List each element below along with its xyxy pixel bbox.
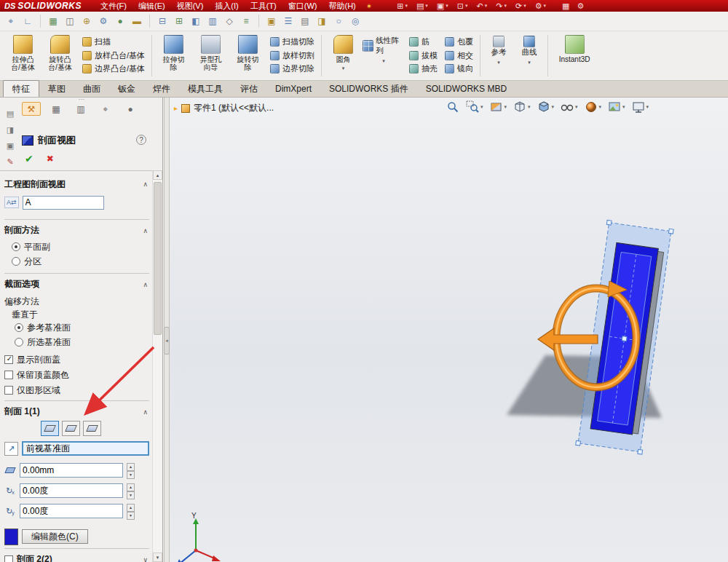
toolbar-icon-18[interactable]: ◨	[315, 15, 328, 28]
intersect-button[interactable]: 相交	[442, 50, 476, 62]
instant3d-button[interactable]: Instant3D	[552, 33, 597, 79]
pin-menu-icon[interactable]: ✶	[366, 2, 372, 10]
toolbar-icon-13[interactable]: ◇	[223, 15, 236, 28]
menu-help[interactable]: 帮助(H)	[329, 1, 356, 12]
offset-stepper[interactable]: ▲ ▼	[127, 463, 135, 478]
toolbar-icon-7[interactable]: ●	[114, 15, 127, 28]
stepper-up-icon[interactable]: ▲	[127, 463, 135, 471]
flip-direction-button[interactable]: ↗	[4, 442, 18, 456]
radio-button[interactable]	[15, 323, 23, 332]
mirror-button[interactable]: 镜向	[442, 63, 476, 75]
swept-cut-button[interactable]: 扫描切除	[267, 36, 317, 48]
toolbar-icon-9[interactable]: ⊟	[156, 15, 169, 28]
toolbar-icon-8[interactable]: ▬	[130, 15, 143, 28]
rib-button[interactable]: 筋	[406, 36, 440, 48]
cancel-button[interactable]: ✖	[47, 154, 54, 164]
tab-solidworks-mbd[interactable]: SOLIDWORKS MBD	[417, 82, 515, 97]
show-section-cap-row[interactable]: 显示剖面盖	[4, 352, 149, 367]
boundary-boss-button[interactable]: 边界凸台/基体	[79, 63, 148, 75]
undo-button[interactable]: ↶▾	[476, 1, 487, 11]
hide-show-items-button[interactable]: ▾	[561, 100, 578, 114]
displaymanager-tab[interactable]: ●	[121, 102, 140, 116]
stepper-up-icon[interactable]: ▲	[127, 504, 135, 512]
view-settings-button[interactable]: ▾	[632, 100, 649, 114]
radio-button[interactable]	[12, 257, 20, 266]
options-button[interactable]: ⚙▾	[535, 1, 546, 11]
tab-evaluate[interactable]: 评估	[232, 82, 266, 97]
section-color-swatch[interactable]	[4, 529, 18, 545]
propertymanager-tab[interactable]: ⚒	[22, 102, 41, 116]
zoom-area-button[interactable]: ▾	[466, 100, 483, 114]
toolbar-icon-14[interactable]: ≡	[240, 15, 253, 28]
toolbar-icon-15[interactable]: ▣	[265, 15, 278, 28]
tab-mold-tools[interactable]: 模具工具	[179, 82, 232, 97]
rotation-x-input[interactable]	[20, 483, 123, 498]
curves-button[interactable]: 曲线 ▾	[515, 33, 544, 79]
radio-zonal-row[interactable]: 分区	[4, 254, 149, 269]
view-orientation-button[interactable]: ▾	[513, 100, 531, 114]
toolbar-icon-19[interactable]: ○	[332, 15, 345, 28]
checkbox[interactable]	[4, 355, 13, 364]
stepper-down-icon[interactable]: ▼	[127, 491, 135, 499]
graphics-area[interactable]: ▸ 零件1 (默认<<默认... ▾ ▾ ▾ ▾	[170, 98, 728, 562]
sensors-icon[interactable]: ▣	[4, 140, 17, 151]
checkbox[interactable]	[4, 555, 13, 562]
lofted-boss-button[interactable]: 放样凸台/基体	[79, 50, 148, 62]
rebuild-button[interactable]: ⟳▾	[515, 1, 526, 11]
save-button[interactable]: ▣▾	[437, 1, 448, 11]
translate-arrow-manipulator[interactable]	[538, 328, 598, 350]
rotation-x-stepper[interactable]: ▲ ▼	[127, 483, 135, 498]
group-header-section1[interactable]: 剖面 1(1) ∧	[4, 400, 149, 419]
toolbar-icon-17[interactable]: ▤	[298, 15, 312, 28]
reference-plane-input[interactable]	[22, 441, 149, 456]
edit-appearance-button[interactable]: ▾	[585, 100, 602, 114]
toolbar-icon-1[interactable]: ⌖	[4, 15, 17, 28]
toolbar-icon-4[interactable]: ◫	[63, 15, 76, 28]
group-header-method[interactable]: 剖面方法 ∧	[4, 219, 149, 238]
scroll-up-icon[interactable]: ▲	[153, 170, 162, 180]
annotations-icon[interactable]: ✎	[4, 156, 17, 167]
front-plane-button[interactable]	[41, 421, 59, 436]
swept-boss-button[interactable]: 扫描	[79, 36, 148, 48]
edit-color-button[interactable]: 编辑颜色(C)	[22, 529, 88, 544]
toolbar-icon-5[interactable]: ⊕	[80, 15, 93, 28]
toolbar-icon-12[interactable]: ▥	[206, 15, 219, 28]
checkbox[interactable]	[4, 371, 13, 379]
extruded-boss-button[interactable]: 拉伸凸台/基体	[5, 33, 41, 79]
toolbar-icon-20[interactable]: ◎	[349, 15, 362, 28]
revolved-cut-button[interactable]: 旋转切除	[230, 33, 266, 79]
group-header-drawing-section[interactable]: 工程图剖面视图 ∧	[4, 177, 149, 191]
zoom-fit-button[interactable]	[446, 100, 459, 114]
group-header-section2[interactable]: 剖面 2(2) ∨	[4, 548, 149, 562]
panel-splitter[interactable]: ◂	[164, 98, 170, 562]
tab-features[interactable]: 特征	[3, 80, 39, 97]
toolbar-icon-6[interactable]: ⚙	[97, 15, 110, 28]
stepper-up-icon[interactable]: ▲	[127, 483, 135, 491]
toolbar-icon-11[interactable]: ◧	[189, 15, 202, 28]
radio-selected-plane-row[interactable]: 所选基准面	[4, 335, 149, 349]
linear-pattern-button[interactable]: 线性阵列 ▾	[363, 33, 405, 79]
history-icon[interactable]: ◨	[4, 124, 17, 135]
tab-dimxpert[interactable]: DimXpert	[266, 82, 320, 97]
menu-insert[interactable]: 插入(I)	[215, 1, 238, 12]
toolbar-icon-10[interactable]: ⊞	[173, 15, 186, 28]
radio-button[interactable]	[15, 338, 23, 347]
extruded-cut-button[interactable]: 拉伸切除	[156, 33, 191, 79]
wrap-button[interactable]: 包覆	[442, 36, 476, 48]
tab-surfaces[interactable]: 曲面	[74, 82, 109, 97]
configurationmanager-tab[interactable]: ▥	[71, 102, 90, 116]
section-view-button[interactable]: ▾	[490, 100, 507, 114]
document-icon[interactable]: ▤	[4, 108, 17, 119]
radio-button[interactable]	[12, 242, 20, 251]
settings-gear-icon[interactable]: ⚙	[577, 1, 584, 11]
keep-cap-color-row[interactable]: 保留顶盖颜色	[4, 368, 149, 382]
breadcrumb-arrow-icon[interactable]: ▸	[174, 104, 178, 112]
ok-button[interactable]: ✔	[25, 153, 33, 165]
dimxpertmanager-tab[interactable]: ⌖	[96, 102, 115, 116]
stepper-down-icon[interactable]: ▼	[127, 471, 135, 479]
redo-button[interactable]: ↷▾	[496, 1, 507, 11]
menu-edit[interactable]: 编辑(E)	[138, 1, 165, 12]
help-icon[interactable]: ?	[136, 135, 146, 145]
panel-scrollbar[interactable]: ▲ ▼	[152, 170, 162, 562]
menu-view[interactable]: 视图(V)	[177, 1, 204, 12]
